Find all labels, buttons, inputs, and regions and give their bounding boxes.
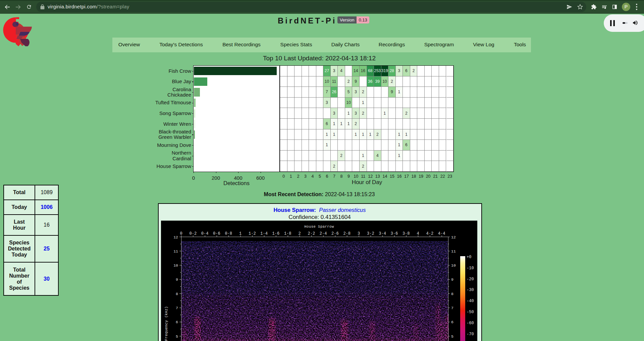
svg-text:9: 9 <box>451 277 453 282</box>
svg-text:5: 5 <box>176 334 178 339</box>
svg-text:7: 7 <box>451 306 453 310</box>
svg-text:8: 8 <box>451 292 453 296</box>
svg-text:0·2: 0·2 <box>189 231 197 236</box>
svg-text:3·8: 3·8 <box>402 231 410 236</box>
svg-text:12: 12 <box>173 235 178 239</box>
svg-text:11: 11 <box>451 249 456 253</box>
svg-text:-70: -70 <box>467 332 474 337</box>
svg-text:2·8: 2·8 <box>343 231 351 236</box>
svg-text:2·2: 2·2 <box>308 231 315 236</box>
svg-text:5: 5 <box>451 334 453 339</box>
svg-text:-50: -50 <box>467 310 474 315</box>
svg-text:7: 7 <box>176 306 178 310</box>
svg-text:4·2: 4·2 <box>426 231 433 236</box>
svg-text:4·4: 4·4 <box>438 231 445 236</box>
svg-text:9: 9 <box>176 277 178 282</box>
svg-text:8: 8 <box>176 292 178 296</box>
svg-text:11: 11 <box>173 249 178 253</box>
svg-text:-40: -40 <box>467 299 474 303</box>
svg-text:-20: -20 <box>467 277 474 282</box>
svg-text:0·4: 0·4 <box>201 231 209 236</box>
svg-text:+0: +0 <box>467 255 471 260</box>
svg-text:1: 1 <box>239 231 241 236</box>
svg-text:6: 6 <box>451 320 453 324</box>
svg-text:1·6: 1·6 <box>272 231 280 236</box>
svg-text:-10: -10 <box>467 266 474 271</box>
svg-text:3·4: 3·4 <box>379 231 386 236</box>
svg-text:House Sparrow: House Sparrow <box>304 225 334 229</box>
svg-text:3: 3 <box>358 231 360 236</box>
svg-text:Frequency (kHz): Frequency (kHz) <box>164 306 168 341</box>
svg-text:1·2: 1·2 <box>249 231 256 236</box>
svg-text:12: 12 <box>451 235 456 239</box>
svg-text:-30: -30 <box>467 288 474 292</box>
svg-text:0·6: 0·6 <box>213 231 220 236</box>
svg-text:0: 0 <box>180 231 182 236</box>
svg-text:4: 4 <box>417 231 419 236</box>
svg-text:2: 2 <box>298 231 301 236</box>
svg-text:3·2: 3·2 <box>367 231 374 236</box>
svg-text:0·8: 0·8 <box>225 231 232 236</box>
svg-text:10: 10 <box>451 263 456 268</box>
svg-text:1·8: 1·8 <box>284 231 291 236</box>
svg-text:1·4: 1·4 <box>260 231 268 236</box>
svg-text:6: 6 <box>176 320 178 324</box>
svg-text:10: 10 <box>173 263 178 268</box>
svg-text:-60: -60 <box>467 321 474 326</box>
svg-text:2·4: 2·4 <box>320 231 327 236</box>
svg-text:2·6: 2·6 <box>331 231 339 236</box>
svg-text:3·6: 3·6 <box>391 231 398 236</box>
